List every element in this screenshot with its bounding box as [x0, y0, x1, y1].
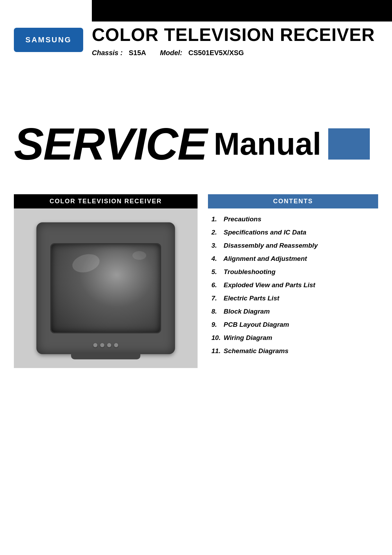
samsung-logo: SAMSUNG [14, 28, 83, 52]
chassis-label: Chassis : [92, 49, 123, 57]
subtitle-row: Chassis : S15A Model: CS501EV5X/XSG [92, 49, 378, 57]
contents-item-2: 2. Specifications and IC Data [211, 229, 375, 236]
contents-text: Exploded View and Parts List [222, 281, 315, 289]
contents-num: 5. [211, 268, 222, 276]
contents-num: 10. [211, 334, 222, 342]
service-manual-banner: SERVICE Manual [14, 121, 392, 166]
contents-item-5: 5. Troubleshooting [211, 268, 375, 276]
contents-num: 1. [211, 215, 222, 223]
main-title: COLOR TELEVISION RECEIVER [92, 25, 378, 45]
chassis-info: Chassis : S15A [92, 49, 146, 57]
contents-text: Precautions [222, 215, 261, 223]
contents-num: 3. [211, 242, 222, 249]
contents-item-10: 10. Wiring Diagram [211, 334, 375, 342]
contents-item-7: 7. Electric Parts List [211, 294, 375, 302]
contents-num: 4. [211, 255, 222, 263]
title-area: COLOR TELEVISION RECEIVER Chassis : S15A… [92, 25, 378, 57]
contents-text: Disassembly and Reassembly [222, 242, 318, 249]
model-info: Model: CS501EV5X/XSG [160, 49, 244, 57]
chassis-value: S15A [129, 49, 146, 57]
contents-num: 11. [211, 347, 222, 355]
contents-num: 7. [211, 294, 222, 302]
contents-text: Wiring Diagram [222, 334, 272, 342]
model-value: CS501EV5X/XSG [189, 49, 244, 57]
right-column: CONTENTS 1. Precautions2. Specifications… [208, 194, 378, 368]
contents-text: Electric Parts List [222, 294, 279, 302]
samsung-logo-text: SAMSUNG [25, 35, 71, 44]
contents-item-1: 1. Precautions [211, 215, 375, 223]
contents-num: 6. [211, 281, 222, 289]
crt-button-3 [107, 343, 111, 347]
contents-text: PCB Layout Diagram [222, 321, 289, 328]
contents-list: 1. Precautions2. Specifications and IC D… [208, 208, 378, 364]
contents-text: Schematic Diagrams [222, 347, 288, 355]
contents-num: 8. [211, 308, 222, 315]
manual-blue-bar [328, 128, 370, 160]
contents-text: Block Diagram [222, 308, 270, 315]
contents-item-6: 6. Exploded View and Parts List [211, 281, 375, 289]
left-column: COLOR TELEVISION RECEIVER [14, 194, 198, 368]
tv-image-box [14, 208, 198, 368]
contents-header: CONTENTS [208, 194, 378, 208]
crt-button-2 [100, 343, 104, 347]
crt-tv-illustration [36, 222, 175, 354]
color-tv-receiver-header: COLOR TELEVISION RECEIVER [14, 194, 198, 208]
contents-item-9: 9. PCB Layout Diagram [211, 321, 375, 328]
bottom-section: COLOR TELEVISION RECEIVER CONTENTS 1. Pr… [14, 194, 378, 368]
contents-num: 2. [211, 229, 222, 236]
crt-buttons [93, 343, 118, 347]
contents-item-4: 4. Alignment and Adjustment [211, 255, 375, 263]
contents-text: Alignment and Adjustment [222, 255, 307, 263]
contents-item-11: 11. Schematic Diagrams [211, 347, 375, 355]
crt-screen [50, 243, 161, 333]
service-text: SERVICE [14, 121, 207, 166]
manual-text: Manual [214, 128, 321, 160]
crt-button-1 [93, 343, 97, 347]
model-label: Model: [160, 49, 182, 57]
contents-num: 9. [211, 321, 222, 328]
contents-item-8: 8. Block Diagram [211, 308, 375, 315]
contents-text: Troubleshooting [222, 268, 276, 276]
contents-text: Specifications and IC Data [222, 229, 306, 236]
crt-stand [71, 352, 140, 359]
top-black-bar [92, 0, 392, 22]
contents-item-3: 3. Disassembly and Reassembly [211, 242, 375, 249]
crt-button-4 [114, 343, 118, 347]
